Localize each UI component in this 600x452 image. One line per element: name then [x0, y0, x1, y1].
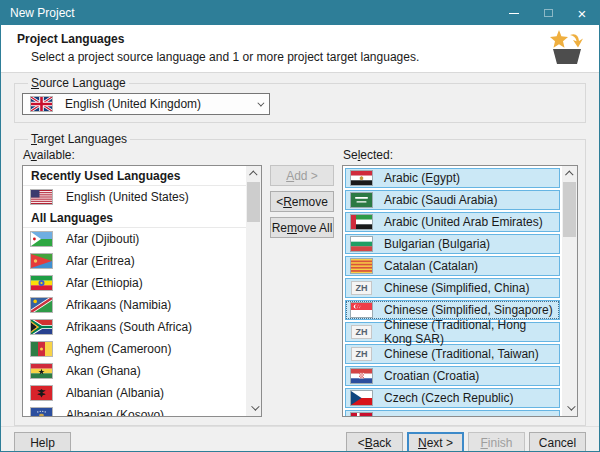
language-label: Chinese (Traditional, Hong Kong SAR): [384, 318, 554, 346]
selected-label: Selected:: [343, 148, 578, 163]
selected-language-item[interactable]: Chinese (Simplified, Singapore): [345, 300, 560, 320]
available-language-item[interactable]: English (United States): [23, 186, 246, 208]
flag-cz-icon: [351, 391, 372, 405]
close-icon: ×: [578, 6, 587, 21]
flag-dk-icon: [351, 413, 372, 416]
language-label: Akan (Ghana): [66, 364, 141, 378]
cancel-button[interactable]: Cancel: [529, 432, 586, 452]
maximize-icon: [544, 9, 553, 17]
selected-language-item[interactable]: ZHChinese (Traditional, Taiwan): [345, 344, 560, 364]
target-languages-group: Target Languages Available: Recently Use…: [14, 132, 586, 426]
close-button[interactable]: ×: [565, 1, 599, 25]
available-languages-list[interactable]: Recently Used LanguagesEnglish (United S…: [22, 165, 262, 417]
minimize-button[interactable]: [497, 1, 531, 25]
finish-button[interactable]: Finish: [468, 432, 525, 452]
flag-gh-icon: [31, 364, 52, 378]
scroll-down-icon[interactable]: [251, 402, 259, 410]
language-label: Afar (Eritrea): [66, 254, 135, 268]
selected-language-item[interactable]: Croatian (Croatia): [345, 366, 560, 386]
available-language-item[interactable]: Afrikaans (South Africa): [23, 316, 246, 338]
source-language-group-label: Source Language: [28, 76, 129, 90]
page-title: Project Languages: [17, 32, 599, 46]
available-scrollbar[interactable]: [246, 166, 261, 416]
language-label: Afar (Djibouti): [66, 232, 139, 246]
selected-languages-list[interactable]: Arabic (Egypt)Arabic (Saudi Arabia)Arabi…: [342, 165, 578, 417]
source-language-select[interactable]: English (United Kingdom): [22, 93, 270, 115]
remove-button[interactable]: < Remove: [270, 191, 334, 212]
flag-cm-icon: [31, 342, 52, 356]
page-subtitle: Select a project source language and 1 o…: [31, 50, 599, 64]
language-group-header: All Languages: [23, 208, 246, 228]
available-language-item[interactable]: Akan (Ghana): [23, 360, 246, 382]
wizard-footer: Help < Back Next > Finish Cancel: [1, 426, 599, 452]
available-language-item[interactable]: Afar (Eritrea): [23, 250, 246, 272]
scroll-up-icon[interactable]: [565, 170, 573, 178]
language-label: Afrikaans (South Africa): [66, 320, 192, 334]
wizard-body: Source Language English (United Kingdom)…: [1, 73, 599, 426]
language-label: Arabic (Saudi Arabia): [384, 193, 497, 207]
flag-eg-icon: [351, 171, 372, 185]
remove-all-button[interactable]: Remove All: [270, 217, 334, 238]
selected-language-item[interactable]: Bulgarian (Bulgaria): [345, 234, 560, 254]
window-title: New Project: [1, 6, 497, 20]
available-language-item[interactable]: Albanian (Albania): [23, 382, 246, 404]
add-button[interactable]: Add >: [270, 165, 334, 186]
flag-bg-icon: [351, 237, 372, 251]
available-language-item[interactable]: Afrikaans (Namibia): [23, 294, 246, 316]
flag-gb-icon: [31, 97, 52, 111]
scrollbar-thumb[interactable]: [563, 182, 576, 237]
scroll-down-icon[interactable]: [567, 402, 575, 410]
flag-al-icon: [31, 386, 52, 400]
maximize-button[interactable]: [531, 1, 565, 25]
group-header-label: Recently Used Languages: [31, 169, 180, 183]
title-bar[interactable]: New Project ×: [1, 1, 599, 25]
available-language-item[interactable]: Afar (Ethiopia): [23, 272, 246, 294]
selected-language-item[interactable]: [345, 410, 560, 416]
scroll-up-icon[interactable]: [249, 170, 257, 178]
language-label: Afar (Ethiopia): [66, 276, 143, 290]
language-label: Chinese (Traditional, Taiwan): [384, 347, 539, 361]
flag-na-icon: [31, 298, 52, 312]
flag-er-icon: [31, 254, 52, 268]
available-language-item[interactable]: Afar (Djibouti): [23, 228, 246, 250]
flag-hr-icon: [351, 369, 372, 383]
source-language-group: Source Language English (United Kingdom): [14, 76, 586, 123]
selected-language-item[interactable]: Arabic (Egypt): [345, 168, 560, 188]
zh-badge-icon: ZH: [351, 325, 372, 339]
language-label: Chinese (Simplified, Singapore): [384, 303, 553, 317]
available-language-item[interactable]: Albanian (Kosovo): [23, 404, 246, 416]
available-language-item[interactable]: Aghem (Cameroon): [23, 338, 246, 360]
language-label: Afrikaans (Namibia): [66, 298, 171, 312]
chevron-down-icon: [257, 99, 264, 106]
language-label: Arabic (United Arab Emirates): [384, 215, 543, 229]
selected-language-item[interactable]: ZHChinese (Simplified, China): [345, 278, 560, 298]
flag-dj-icon: [31, 232, 52, 246]
selected-language-item[interactable]: Catalan (Catalan): [345, 256, 560, 276]
language-label: Aghem (Cameroon): [66, 342, 171, 356]
selected-language-item[interactable]: Arabic (Saudi Arabia): [345, 190, 560, 210]
source-language-value: English (United Kingdom): [65, 97, 257, 111]
selected-language-item[interactable]: ZHChinese (Traditional, Hong Kong SAR): [345, 322, 560, 342]
flag-za-icon: [31, 320, 52, 334]
language-label: Albanian (Albania): [66, 386, 164, 400]
language-label: Czech (Czech Republic): [384, 391, 513, 405]
selected-language-item[interactable]: Arabic (United Arab Emirates): [345, 212, 560, 232]
scrollbar-thumb[interactable]: [247, 182, 260, 222]
available-label: Available:: [23, 148, 262, 163]
new-project-dialog: New Project × Project Languages Select a…: [0, 0, 600, 452]
selected-language-item[interactable]: Czech (Czech Republic): [345, 388, 560, 408]
next-button[interactable]: Next >: [407, 432, 464, 452]
star-basket-icon: [546, 28, 588, 68]
flag-us-icon: [31, 190, 52, 204]
zh-badge-icon: ZH: [351, 281, 372, 295]
back-button[interactable]: < Back: [346, 432, 403, 452]
flag-et-icon: [31, 276, 52, 290]
flag-sg-icon: [351, 303, 372, 317]
language-label: English (United States): [66, 190, 189, 204]
language-label: Chinese (Simplified, China): [384, 281, 529, 295]
selected-scrollbar[interactable]: [562, 166, 577, 416]
group-header-label: All Languages: [31, 211, 113, 225]
help-button[interactable]: Help: [14, 432, 71, 452]
language-group-header: Recently Used Languages: [23, 166, 246, 186]
language-label: Arabic (Egypt): [384, 171, 460, 185]
